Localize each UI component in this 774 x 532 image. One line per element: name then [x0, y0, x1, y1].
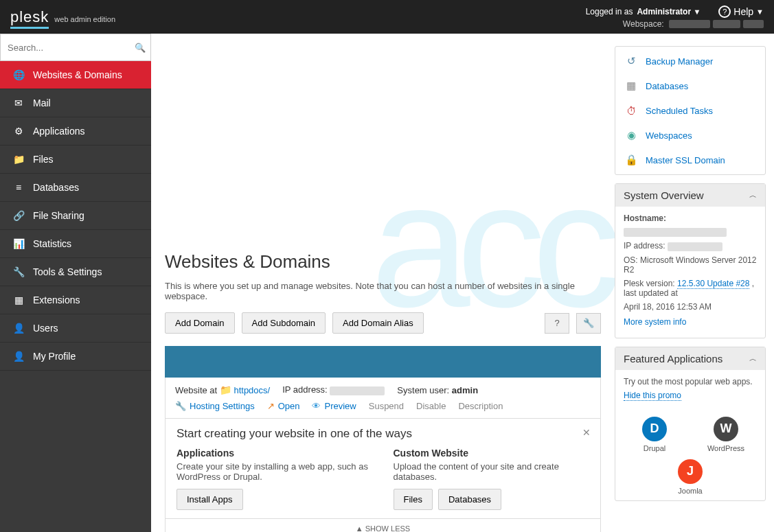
open-link[interactable]: ↗Open — [267, 401, 300, 411]
databases-button[interactable]: Databases — [438, 489, 501, 510]
files-button[interactable]: Files — [394, 489, 433, 510]
search-bar: 🔍 — [0, 34, 151, 61]
quick-icon: ▦ — [624, 78, 639, 93]
app-icon: J — [678, 459, 703, 484]
add-subdomain-button[interactable]: Add Subdomain — [242, 312, 326, 334]
stats-icon: 📊 — [12, 238, 25, 250]
start-title: Start creating your website in one of th… — [177, 427, 589, 441]
featured-app-wordpress[interactable]: WWordPress — [705, 417, 747, 452]
chevron-down-icon: ▼ — [756, 8, 764, 16]
add-domain-alias-button[interactable]: Add Domain Alias — [332, 312, 424, 334]
chevron-up-icon: ︿ — [749, 354, 757, 364]
quick-link-master-ssl-domain[interactable]: 🔒Master SSL Domain — [624, 152, 757, 167]
app-icon: D — [642, 417, 667, 441]
add-domain-button[interactable]: Add Domain — [165, 312, 235, 334]
settings-button[interactable]: 🔧 — [576, 313, 601, 334]
gear-icon: ⚙ — [12, 125, 25, 137]
chevron-up-icon: ︿ — [749, 190, 757, 200]
globe-icon: 🌐 — [12, 69, 25, 81]
toolbar: Add Domain Add Subdomain Add Domain Alia… — [165, 312, 601, 334]
start-creating-box: ✕ Start creating your website in one of … — [165, 419, 601, 519]
page-title: Websites & Domains — [165, 251, 601, 273]
open-icon: ↗ — [267, 401, 275, 411]
nav-item-users[interactable]: 👤Users — [0, 314, 151, 343]
description-link[interactable]: Description — [458, 401, 503, 411]
domain-info: Website at 📁 httpdocs/ IP address: Syste… — [165, 378, 601, 419]
question-icon: ? — [554, 318, 559, 328]
quick-link-scheduled-tasks[interactable]: ⏱Scheduled Tasks — [624, 103, 757, 118]
folder-icon: 📁 — [220, 384, 231, 395]
wrench-icon: 🔧 — [583, 318, 594, 328]
help-icon: ? — [718, 5, 731, 18]
quick-link-databases[interactable]: ▦Databases — [624, 78, 757, 93]
nav-item-websites-domains[interactable]: 🌐Websites & Domains — [0, 61, 151, 89]
nav-item-file-sharing[interactable]: 🔗File Sharing — [0, 202, 151, 230]
sidebar: 🔍 🌐Websites & Domains✉Mail⚙Applications📁… — [0, 34, 151, 532]
quick-icon: ⏱ — [624, 103, 639, 118]
app-icon: W — [714, 417, 738, 441]
webspace-selector[interactable]: Webspace: — [623, 19, 764, 29]
preview-icon: 👁 — [312, 401, 321, 411]
hide-promo-link[interactable]: Hide this promo — [624, 391, 681, 401]
nav-item-mail[interactable]: ✉Mail — [0, 89, 151, 117]
applications-heading: Applications — [177, 448, 373, 459]
admin-dropdown[interactable]: Administrator ▼ — [637, 7, 701, 16]
preview-link[interactable]: 👁Preview — [312, 401, 356, 411]
help-button[interactable]: ? — [545, 313, 569, 334]
install-apps-button[interactable]: Install Apps — [177, 489, 243, 510]
close-icon: ✕ — [582, 427, 591, 438]
nav-item-statistics[interactable]: 📊Statistics — [0, 230, 151, 258]
logo[interactable]: plesk web admin edition — [10, 8, 115, 26]
right-panel: ↺Backup Manager▦Databases⏱Scheduled Task… — [615, 34, 774, 532]
system-overview-header[interactable]: System Overview︿ — [615, 184, 765, 207]
httpdocs-link[interactable]: httpdocs/ — [234, 385, 270, 395]
nav-item-tools-settings[interactable]: 🔧Tools & Settings — [0, 258, 151, 286]
featured-app-joomla[interactable]: JJoomla — [670, 459, 711, 495]
domain-header[interactable] — [165, 346, 601, 378]
search-button[interactable]: 🔍 — [130, 35, 150, 60]
page-description: This is where you set up and manage webs… — [165, 281, 577, 301]
quick-icon: 🔒 — [624, 152, 639, 167]
custom-website-heading: Custom Website — [394, 448, 590, 459]
disable-link[interactable]: Disable — [416, 401, 446, 411]
profile-icon: 👤 — [12, 350, 25, 362]
quick-icon: ↺ — [624, 54, 639, 69]
tools-icon: 🔧 — [175, 401, 186, 411]
folder-icon: 📁 — [12, 153, 25, 165]
search-icon: 🔍 — [135, 43, 146, 53]
quick-link-webspaces[interactable]: ◉Webspaces — [624, 128, 757, 143]
chevron-down-icon: ▼ — [693, 8, 701, 16]
header: plesk web admin edition Logged in as Adm… — [0, 0, 774, 34]
quick-link-backup-manager[interactable]: ↺Backup Manager — [624, 54, 757, 69]
more-system-info-link[interactable]: More system info — [624, 317, 686, 327]
share-icon: 🔗 — [12, 209, 25, 222]
nav-item-my-profile[interactable]: 👤My Profile — [0, 343, 151, 371]
nav-item-applications[interactable]: ⚙Applications — [0, 117, 151, 146]
user-icon: 👤 — [12, 322, 25, 334]
featured-app-drupal[interactable]: DDrupal — [634, 417, 675, 452]
nav-item-files[interactable]: 📁Files — [0, 146, 151, 174]
help-dropdown[interactable]: ? Help ▼ — [718, 5, 764, 18]
featured-apps-header[interactable]: Featured Applications︿ — [615, 347, 765, 370]
tools-icon: 🔧 — [12, 266, 25, 278]
ext-icon: ▦ — [12, 294, 25, 306]
mail-icon: ✉ — [12, 97, 25, 109]
logged-in-label: Logged in as — [586, 7, 633, 16]
hosting-settings-link[interactable]: 🔧Hosting Settings — [175, 401, 255, 411]
quick-icon: ◉ — [624, 128, 639, 143]
nav-item-databases[interactable]: ≡Databases — [0, 174, 151, 202]
show-less-toggle[interactable]: ▲ SHOW LESS — [165, 519, 601, 532]
search-input[interactable] — [1, 37, 130, 58]
db-icon: ≡ — [12, 181, 25, 194]
nav-item-extensions[interactable]: ▦Extensions — [0, 286, 151, 314]
suspend-link[interactable]: Suspend — [369, 401, 404, 411]
close-button[interactable]: ✕ — [582, 427, 591, 438]
plesk-version-link[interactable]: 12.5.30 Update #28 — [677, 279, 749, 289]
